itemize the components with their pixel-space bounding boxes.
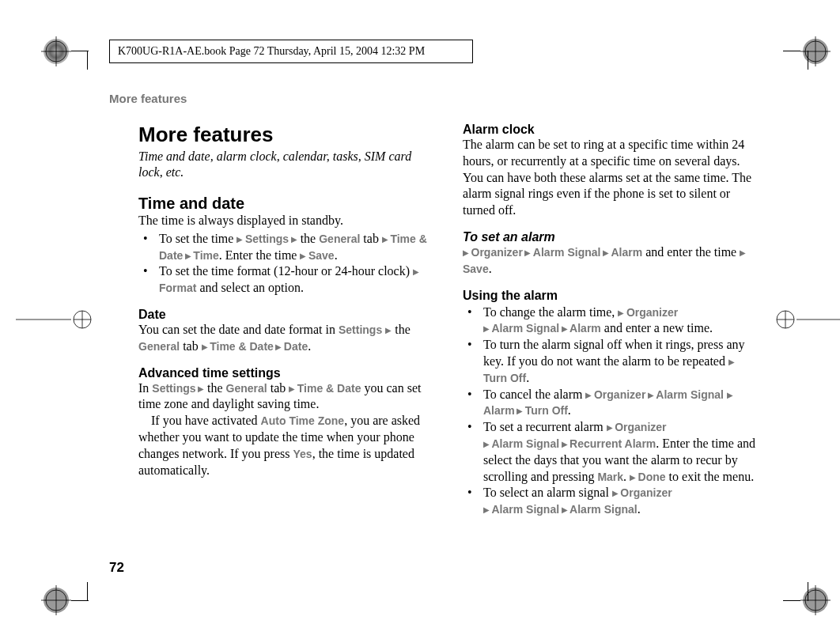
crop-mark-right [773, 304, 840, 335]
nav-arrow-icon: ▶ [607, 423, 615, 432]
nav-arrow-icon: ▶ [289, 384, 297, 393]
chapter-subtitle: Time and date, alarm clock, calendar, ta… [138, 149, 431, 180]
nav-arrow-icon: ▶ [483, 440, 492, 448]
nav-arrow-icon: ▶ [236, 235, 245, 244]
to-set-alarm-heading: To set an alarm [463, 230, 755, 244]
crop-tick [71, 600, 89, 601]
crop-tick [783, 51, 800, 51]
nav-arrow-icon: ▶ [728, 357, 735, 366]
advanced-text-2: If you have activated Auto Time Zone, yo… [138, 413, 431, 478]
nav-arrow-icon: ▶ [385, 326, 392, 335]
nav-arrow-icon: ▶ [645, 391, 656, 399]
document-header-box: K700UG-R1A-AE.book Page 72 Thursday, Apr… [109, 40, 473, 63]
crop-tick [71, 51, 89, 51]
nav-arrow-icon: ▶ [523, 248, 533, 257]
nav-arrow-icon: ▶ [300, 251, 308, 260]
nav-arrow-icon: ▶ [483, 324, 492, 333]
nav-arrow-icon: ▶ [740, 248, 746, 257]
date-text: You can set the date and date format in … [138, 322, 431, 355]
nav-arrow-icon: ▶ [196, 384, 205, 393]
chapter-title: More features [138, 123, 431, 147]
bullet-set-format: To set the time format (12-hour or 24-ho… [138, 263, 431, 297]
nav-arrow-icon: ▶ [618, 308, 626, 317]
time-bullets: To set the time ▶ Settings ▶ the General… [138, 231, 431, 297]
bullet-cancel-alarm: To cancel the alarm ▶ Organizer ▶ Alarm … [463, 387, 755, 420]
running-head: More features [109, 92, 187, 105]
right-column: Alarm clock The alarm can be set to ring… [463, 123, 755, 518]
nav-arrow-icon: ▶ [515, 406, 525, 415]
bullet-change-alarm: To change the alarm time, ▶ Organizer ▶ … [463, 304, 755, 338]
nav-arrow-icon: ▶ [202, 342, 210, 351]
page-content: More features Time and date, alarm clock… [138, 123, 755, 518]
crop-mark-left [16, 304, 95, 335]
time-and-date-heading: Time and date [138, 195, 431, 213]
crop-tick [808, 582, 808, 601]
registration-mark-bottom-right [800, 585, 831, 615]
advanced-text-1: In Settings ▶ the General tab ▶ Time & D… [138, 380, 431, 414]
nav-arrow-icon: ▶ [727, 391, 733, 399]
nav-arrow-icon: ▶ [289, 235, 297, 244]
nav-arrow-icon: ▶ [630, 473, 638, 482]
nav-arrow-icon: ▶ [559, 505, 569, 514]
bullet-set-time: To set the time ▶ Settings ▶ the General… [138, 231, 431, 264]
registration-mark-top-left [41, 36, 71, 66]
alarm-clock-heading: Alarm clock [463, 123, 755, 137]
registration-mark-top-right [800, 36, 831, 66]
nav-arrow-icon: ▶ [382, 235, 391, 244]
bullet-turn-off-ringing: To turn the alarm signal off when it rin… [463, 337, 755, 386]
nav-arrow-icon: ▶ [413, 267, 419, 276]
nav-arrow-icon: ▶ [612, 489, 621, 497]
date-heading: Date [138, 308, 431, 322]
crop-tick [808, 51, 808, 70]
time-intro: The time is always displayed in standby. [138, 213, 431, 229]
nav-arrow-icon: ▶ [600, 248, 611, 257]
using-alarm-bullets: To change the alarm time, ▶ Organizer ▶ … [463, 304, 755, 518]
using-alarm-heading: Using the alarm [463, 289, 755, 303]
nav-arrow-icon: ▶ [463, 248, 471, 257]
bullet-recurrent-alarm: To set a recurrent alarm ▶ Organizer ▶ A… [463, 419, 755, 485]
crop-tick [783, 600, 800, 601]
crop-tick [87, 51, 88, 70]
nav-arrow-icon: ▶ [559, 440, 569, 448]
registration-mark-bottom-left [41, 585, 71, 615]
alarm-intro: The alarm can be set to ring at a specif… [463, 137, 755, 219]
nav-arrow-icon: ▶ [483, 505, 492, 514]
document-header-text: K700UG-R1A-AE.book Page 72 Thursday, Apr… [118, 45, 425, 57]
advanced-heading: Advanced time settings [138, 366, 431, 380]
to-set-alarm-text: ▶ Organizer ▶ Alarm Signal ▶ Alarm and e… [463, 244, 755, 278]
left-column: More features Time and date, alarm clock… [138, 123, 431, 518]
nav-arrow-icon: ▶ [559, 324, 569, 333]
page-number: 72 [109, 560, 124, 576]
crop-tick [87, 582, 88, 601]
bullet-select-signal: To select an alarm signal ▶ Organizer ▶ … [463, 485, 755, 518]
nav-arrow-icon: ▶ [183, 251, 193, 260]
nav-arrow-icon: ▶ [585, 391, 594, 399]
nav-arrow-icon: ▶ [274, 342, 284, 351]
